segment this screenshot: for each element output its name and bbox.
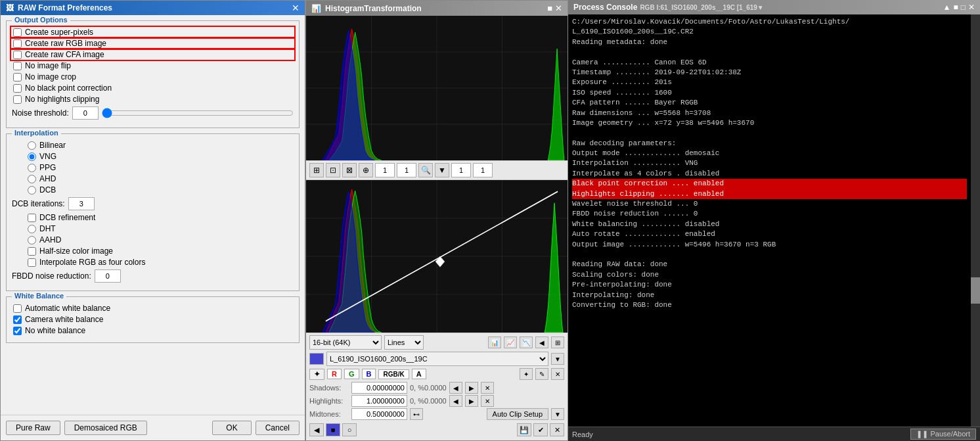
shadows-clear-btn[interactable]: ✕ [481, 382, 494, 394]
raw-panel-close-button[interactable]: ✕ [292, 3, 300, 12]
midtones-value-input[interactable] [351, 408, 407, 420]
display-mode-select[interactable]: Lines [384, 335, 424, 350]
channel-g-button[interactable]: G [344, 369, 359, 379]
create-raw-cfa-checkbox[interactable] [13, 51, 22, 59]
hist-stat-btn2[interactable]: 📈 [504, 337, 517, 348]
output-options-content: Create super-pixels Create raw RGB image… [12, 28, 294, 120]
console-arrow-up-btn[interactable]: ▲ [943, 3, 951, 12]
console-line-13: Output mode ............. demosaic [572, 149, 967, 158]
file-expand-btn[interactable]: ▼ [551, 353, 564, 365]
nav-square-btn[interactable]: ■ [326, 423, 340, 436]
fbdd-input[interactable] [95, 269, 121, 283]
no-image-crop-checkbox[interactable] [13, 73, 22, 81]
toolbar-down-arrow[interactable]: ▼ [435, 163, 449, 177]
aahd-radio[interactable] [28, 236, 36, 244]
bilinear-radio[interactable] [28, 141, 36, 150]
console-maximize-btn[interactable]: □ [961, 3, 966, 12]
toolbar-collapse-button[interactable]: ⊠ [342, 163, 357, 177]
highlights-clear-btn[interactable]: ✕ [481, 395, 494, 407]
histogram-minimize-button[interactable]: ■ [547, 3, 552, 13]
vng-label: VNG [39, 152, 56, 161]
shadows-prev-btn[interactable]: ◀ [449, 382, 462, 394]
no-image-crop-label: No image crop [25, 72, 76, 81]
highlights-value-input[interactable] [351, 395, 407, 407]
channel-r-button[interactable]: R [327, 369, 342, 379]
channel-a-button[interactable]: A [412, 369, 426, 379]
hist-grid-btn[interactable]: ⊞ [551, 337, 564, 348]
auto-wb-checkbox[interactable] [13, 304, 22, 313]
console-line-0: C:/Users/Miroslav.Kovacik/Documents/Foto… [572, 17, 967, 27]
zoom-y-input[interactable] [397, 163, 416, 177]
action-ok-btn[interactable]: ✔ [533, 423, 548, 436]
nav-left-btn[interactable]: ◀ [309, 423, 324, 436]
scrollbar-thumb[interactable] [971, 277, 980, 304]
interp4-checkbox[interactable] [28, 258, 36, 267]
cancel-button[interactable]: Cancel [256, 421, 300, 435]
zoom-x-input[interactable] [375, 163, 395, 177]
halfsize-checkbox[interactable] [28, 247, 36, 256]
halfsize-row: Half-size color image [12, 246, 294, 256]
console-content: C:/Users/Miroslav.Kovacik/Documents/Foto… [568, 14, 971, 427]
histogram-upper-svg [306, 16, 568, 160]
channel-rgbk-button[interactable]: RGB/K [378, 369, 409, 379]
bit-depth-select[interactable]: 16-bit (64K) [309, 335, 382, 350]
console-scrollbar[interactable] [971, 14, 980, 427]
demosaiced-rgb-button[interactable]: Demosaiced RGB [64, 421, 147, 435]
file-row: L_6190_ISO1600_200s__19C ▼ [309, 352, 564, 366]
midtones-extra-btn[interactable]: ▼ [551, 408, 564, 420]
auto-clip-setup-button[interactable]: Auto Clip Setup [487, 408, 548, 420]
console-line-12: Raw decoding parameters: [572, 139, 967, 149]
interpolation-section: Interpolation Bilinear VNG PPG AHD [6, 133, 300, 291]
noise-threshold-slider[interactable] [102, 108, 294, 118]
channel-add-btn[interactable]: ✦ [520, 368, 533, 380]
toolbar-fit-button[interactable]: ⊞ [309, 163, 324, 177]
vng-radio[interactable] [28, 152, 36, 161]
no-black-point-checkbox[interactable] [13, 84, 22, 93]
ok-button[interactable]: OK [212, 421, 251, 435]
toolbar-zoom-button[interactable]: ⊕ [359, 163, 373, 177]
nav-circle-btn[interactable]: ○ [342, 423, 357, 436]
midtones-link-btn[interactable]: ⊷ [410, 408, 423, 420]
midtones-row: Midtones: ⊷ Auto Clip Setup ▼ [309, 408, 564, 420]
histogram-close-button[interactable]: ✕ [555, 3, 562, 13]
camera-wb-checkbox[interactable] [13, 315, 22, 324]
channel-icon-btn[interactable]: ✦ [309, 369, 324, 380]
no-image-flip-checkbox[interactable] [13, 62, 22, 70]
hist-stat-btn1[interactable]: 📊 [488, 337, 501, 348]
highlights-prev-btn[interactable]: ◀ [449, 395, 462, 407]
toolbar-loupe-button[interactable]: 🔍 [418, 163, 433, 177]
shadows-value-input[interactable] [351, 382, 407, 394]
action-save-btn[interactable]: 💾 [517, 423, 531, 436]
view-num2-input[interactable] [473, 163, 493, 177]
console-close-btn[interactable]: ✕ [968, 3, 975, 12]
toolbar-expand-button[interactable]: ⊡ [326, 163, 340, 177]
highlights-next-btn[interactable]: ▶ [465, 395, 478, 407]
dcb-iterations-input[interactable] [68, 197, 95, 210]
shadows-label: Shadows: [309, 384, 349, 392]
ahd-radio[interactable] [28, 175, 36, 183]
pure-raw-button[interactable]: Pure Raw [6, 421, 60, 435]
file-select[interactable]: L_6190_ISO1600_200s__19C [326, 352, 548, 366]
no-highlights-clipping-checkbox[interactable] [13, 95, 22, 104]
dcb-radio[interactable] [28, 186, 36, 195]
dht-radio[interactable] [28, 225, 36, 233]
shadows-next-btn[interactable]: ▶ [465, 382, 478, 394]
channel-b-button[interactable]: B [362, 369, 376, 379]
noise-threshold-input[interactable] [72, 106, 99, 120]
pause-abort-button[interactable]: ❚❚ Pause/Abort [910, 429, 976, 440]
action-close-btn[interactable]: ✕ [550, 423, 564, 436]
create-super-pixels-checkbox[interactable] [13, 28, 22, 37]
channel-delete-btn[interactable]: ✕ [551, 368, 564, 380]
console-minimize-btn[interactable]: ■ [954, 3, 958, 12]
create-raw-rgb-checkbox[interactable] [13, 39, 22, 48]
ppg-radio[interactable] [28, 164, 36, 172]
no-wb-checkbox[interactable] [13, 327, 22, 335]
hist-stat-btn3[interactable]: 📉 [520, 337, 533, 348]
interpolation-content: Bilinear VNG PPG AHD DCB [12, 141, 294, 283]
bilinear-label: Bilinear [39, 141, 66, 150]
auto-wb-label: Automatic white balance [25, 304, 110, 313]
dcb-refinement-checkbox[interactable] [28, 214, 36, 222]
channel-edit-btn[interactable]: ✎ [535, 368, 548, 380]
view-num1-input[interactable] [451, 163, 471, 177]
hist-stat-btn4[interactable]: ◀ [535, 337, 548, 348]
